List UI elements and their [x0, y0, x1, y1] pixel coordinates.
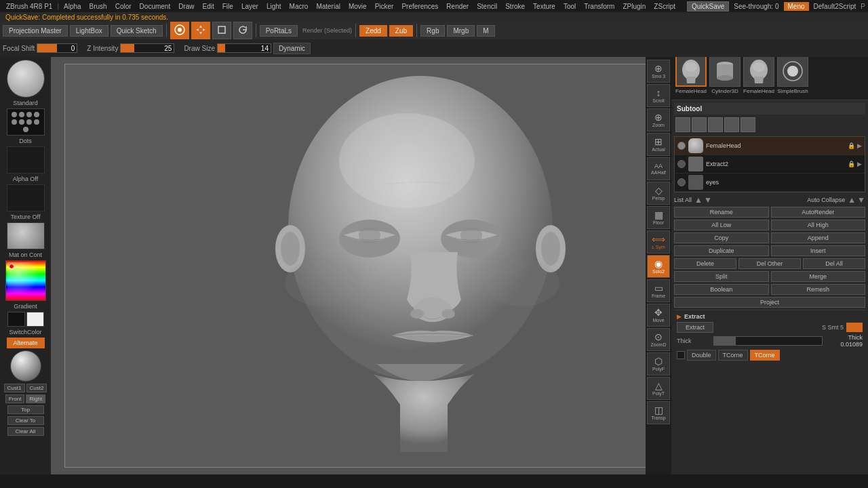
mat-swatch[interactable]	[7, 222, 45, 249]
collapse-up-icon[interactable]: ▲	[848, 195, 856, 205]
dots-swatch[interactable]	[7, 108, 45, 136]
cust2-button[interactable]: Cust2	[26, 384, 47, 392]
del-all-button[interactable]: Del All	[803, 258, 865, 269]
menu-tool[interactable]: Tool	[560, 2, 579, 11]
merge-button[interactable]: Merge	[771, 271, 866, 282]
quick-sketch-button[interactable]: Quick Sketch	[111, 25, 163, 37]
frame-button[interactable]: ▭ Frame	[647, 279, 670, 302]
m-button[interactable]: M	[477, 25, 494, 37]
menu-layer[interactable]: Layer	[238, 2, 262, 11]
subtool-icon-2[interactable]	[692, 117, 707, 132]
menu-macro[interactable]: Macro	[286, 2, 312, 11]
portals-button[interactable]: PoRtaLs	[260, 25, 298, 37]
color-picker[interactable]	[5, 260, 46, 301]
collapse-down-icon[interactable]: ▼	[857, 195, 865, 205]
lsym-button[interactable]: ⟺ L Sym	[647, 230, 670, 253]
all-high-button[interactable]: All High	[771, 220, 866, 230]
alpha-swatch[interactable]	[7, 146, 45, 174]
dynamic-button[interactable]: Dynamic	[273, 43, 311, 54]
menu-document[interactable]: Document	[136, 2, 174, 11]
tcorne-button[interactable]: TCorne	[718, 350, 748, 361]
subtool-icon-1[interactable]	[675, 117, 690, 132]
zoom-button[interactable]: ⊕ Zoom	[647, 108, 670, 131]
menu-transform[interactable]: Transform	[580, 2, 618, 11]
actual-button[interactable]: ⊞ Actual	[647, 133, 670, 156]
menu-stencil[interactable]: Stencil	[473, 2, 500, 11]
rgb-button[interactable]: Rgb	[420, 25, 445, 37]
solo2-button[interactable]: ◉ Solo2	[647, 255, 670, 278]
femalehead-thumb[interactable]: FemaleHead	[675, 56, 707, 94]
remesh-button[interactable]: Remesh	[771, 284, 866, 295]
menu-picker[interactable]: Picker	[372, 2, 397, 11]
z-intensity-slider[interactable]: 25	[120, 43, 174, 53]
cylinder3d-thumb[interactable]: Cylinder3D	[709, 56, 741, 94]
autorender-button[interactable]: AutoRender	[771, 207, 866, 218]
menu-movie[interactable]: Movie	[345, 2, 370, 11]
thick-slider[interactable]	[713, 336, 823, 346]
draw-mode-icon[interactable]	[170, 22, 189, 39]
subtool-icon-3[interactable]	[708, 117, 723, 132]
focal-shift-slider[interactable]: 0	[37, 43, 77, 53]
menu-render[interactable]: Render	[443, 2, 472, 11]
clear-all-button[interactable]: Clear All	[7, 427, 44, 436]
extract-button[interactable]: Extract	[677, 322, 713, 333]
standard-brush-swatch[interactable]	[7, 60, 45, 98]
zub-button[interactable]: Zub	[389, 25, 413, 37]
menu-mode-button[interactable]: Meno	[784, 2, 809, 11]
menu-edit[interactable]: Edit	[199, 2, 218, 11]
menu-preferences[interactable]: Preferences	[398, 2, 441, 11]
arrow-up-icon[interactable]: ▲	[694, 195, 703, 205]
polyt-button[interactable]: △ PolyT	[647, 377, 670, 400]
arrow-down-icon[interactable]: ▼	[704, 195, 712, 205]
duplicate-button[interactable]: Duplicate	[674, 245, 769, 256]
all-low-button[interactable]: All Low	[674, 220, 769, 230]
persp-button[interactable]: ◇ Persp	[647, 182, 670, 205]
alternate-button[interactable]: Alternate	[7, 338, 45, 348]
menu-draw[interactable]: Draw	[175, 2, 197, 11]
copy-button[interactable]: Copy	[674, 232, 769, 243]
top-button[interactable]: Top	[7, 405, 44, 414]
simplebrush-thumb[interactable]: SimpleBrush	[777, 56, 808, 94]
rename-button[interactable]: Rename	[674, 207, 769, 218]
double-button[interactable]: Double	[687, 350, 716, 361]
lightbox-button[interactable]: LightBox	[70, 25, 108, 37]
menu-color[interactable]: Color	[112, 2, 135, 11]
quicksave-button[interactable]: QuickSave	[687, 1, 729, 12]
white-swatch[interactable]	[26, 312, 44, 327]
subtool-row-femalehead[interactable]: FemaleHead 🔒 ▶	[675, 137, 865, 155]
zedd-button[interactable]: Zedd	[359, 25, 387, 37]
menu-file[interactable]: File	[219, 2, 237, 11]
append-button[interactable]: Append	[771, 232, 866, 243]
menu-brush[interactable]: Brush	[86, 2, 111, 11]
mrgb-button[interactable]: Mrgb	[447, 25, 475, 37]
cust1-button[interactable]: Cust1	[4, 384, 25, 392]
split-button[interactable]: Split	[674, 271, 769, 282]
floor-button[interactable]: ▦ Floor	[647, 206, 670, 229]
transp-button[interactable]: ◫ Transp	[647, 401, 670, 424]
subtool-row-extract2[interactable]: Extract2 🔒 ▶	[675, 155, 865, 174]
subtool-icon-4[interactable]	[724, 117, 739, 132]
subtool-icon-5[interactable]	[741, 117, 755, 132]
projection-master-button[interactable]: Projection Master	[3, 25, 68, 37]
tcorne-orange-button[interactable]: TCorne	[750, 350, 780, 361]
project-button[interactable]: Project	[674, 297, 865, 308]
rotate-mode-icon[interactable]	[233, 22, 252, 39]
polyf-button[interactable]: ⬡ PolyF	[647, 352, 670, 375]
draw-size-slider[interactable]: 14	[217, 43, 271, 53]
black-swatch[interactable]	[7, 312, 25, 327]
move-mode-icon[interactable]	[191, 22, 210, 39]
boolean-button[interactable]: Boolean	[674, 284, 769, 295]
front-button[interactable]: Front	[5, 394, 25, 403]
menu-light[interactable]: Light	[263, 2, 285, 11]
aahalf-button[interactable]: AA AAHalf	[647, 157, 670, 180]
smo3-button[interactable]: ⊕ Smo 3	[647, 60, 670, 83]
menu-zscript[interactable]: ZScript	[650, 2, 679, 11]
sphere-material-swatch[interactable]	[10, 350, 41, 382]
del-other-button[interactable]: Del Other	[738, 258, 801, 269]
menu-texture[interactable]: Texture	[530, 2, 559, 11]
menu-material[interactable]: Material	[313, 2, 344, 11]
menu-stroke[interactable]: Stroke	[502, 2, 528, 11]
femalehead2-thumb[interactable]: FemaleHead	[743, 56, 774, 94]
delete-button[interactable]: Delete	[674, 258, 736, 269]
right-button[interactable]: Right	[26, 394, 45, 403]
